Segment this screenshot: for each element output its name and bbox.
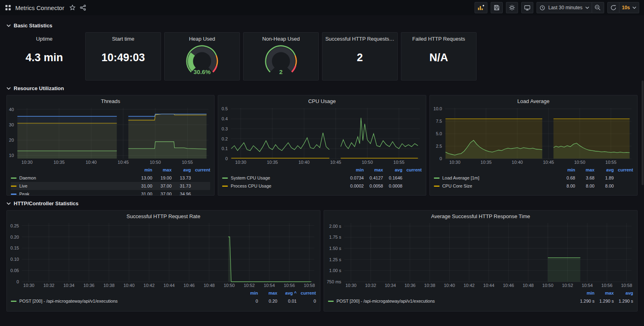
- add-panel-button[interactable]: [475, 2, 487, 13]
- svg-text:30: 30: [9, 122, 14, 127]
- http-response-time-chart[interactable]: 10:3010:3210:3410:3610:3810:4010:4210:44…: [324, 220, 637, 289]
- cpu-usage-chart[interactable]: 10:3010:3510:4010:4510:5010:5500.10.20.3…: [218, 105, 425, 165]
- share-icon[interactable]: [80, 4, 86, 11]
- svg-text:10:44: 10:44: [483, 283, 495, 288]
- legend-value: 0: [297, 299, 316, 303]
- legend-sort-min[interactable]: min: [575, 291, 594, 295]
- panel-title[interactable]: Average Successful HTTP Response Time: [324, 210, 637, 220]
- legend-series-label[interactable]: POST [200] - /api-microgateway/api/v1/ex…: [11, 299, 239, 303]
- legend-value: 1.290 s: [594, 299, 614, 303]
- resource-utilization-row: Threads 10:3010:3510:4010:4510:5010:5510…: [6, 95, 638, 196]
- legend-series-label[interactable]: Live: [11, 184, 133, 188]
- panel-title[interactable]: Failed HTTP Requests: [401, 33, 476, 42]
- svg-text:10:40: 10:40: [512, 160, 523, 165]
- svg-text:10:54: 10:54: [582, 283, 593, 288]
- scrollbar-thumb[interactable]: [642, 80, 644, 185]
- legend-sort-min[interactable]: min: [556, 167, 575, 172]
- legend-sort-max[interactable]: max: [258, 291, 277, 295]
- legend-value: 0.0058: [364, 184, 383, 188]
- panel-http-request-rate: Successful HTTP Request Rate 10:3010:321…: [6, 210, 320, 312]
- panel-title[interactable]: Non-Heap Used: [244, 33, 318, 42]
- apps-grid-icon[interactable]: [5, 4, 11, 11]
- svg-text:10:52: 10:52: [562, 283, 573, 288]
- add-panel-icon: [477, 4, 485, 11]
- legend-sort-avg[interactable]: avg: [383, 167, 402, 172]
- panel-title[interactable]: Uptime: [7, 33, 82, 42]
- dashboard-settings-button[interactable]: [506, 2, 518, 13]
- svg-text:10:50: 10:50: [542, 283, 553, 288]
- svg-text:10:36: 10:36: [83, 283, 95, 288]
- legend-row: POST [200] - /api-microgateway/api/v1/ex…: [328, 297, 633, 305]
- http-request-rate-chart[interactable]: 10:3010:3210:3410:3610:3810:4010:4210:44…: [7, 220, 320, 289]
- successful-requests-value: 2: [322, 52, 397, 64]
- legend-sort-min[interactable]: min: [239, 291, 258, 295]
- legend-sort-max[interactable]: max: [152, 167, 171, 172]
- save-dashboard-button[interactable]: [491, 2, 503, 13]
- legend-sort-max[interactable]: max: [594, 291, 614, 295]
- threads-legend: minmaxavgcurrentDaemon13.0019.0013.73Liv…: [7, 165, 214, 196]
- legend-sort-avg[interactable]: avg: [171, 167, 191, 172]
- refresh-interval-label: 10s: [622, 5, 630, 10]
- svg-text:10:34: 10:34: [385, 283, 396, 288]
- section-basic-statistics[interactable]: Basic Statistics: [6, 20, 638, 31]
- svg-text:2.00 s: 2.00 s: [329, 224, 341, 229]
- legend-row: Daemon13.0019.0013.73: [11, 174, 210, 182]
- threads-chart[interactable]: 10:3010:3510:4010:4510:5010:5510203040: [7, 105, 214, 165]
- legend-header: minmaxavgcurrent: [222, 166, 421, 174]
- legend-value: 0.0002: [345, 184, 364, 188]
- svg-text:10:30: 10:30: [235, 160, 247, 165]
- legend-sort-current[interactable]: current: [614, 167, 633, 172]
- legend-series-label[interactable]: Peak: [11, 192, 133, 196]
- panel-title[interactable]: Successful HTTP Requests…: [322, 33, 397, 42]
- legend-sort-max[interactable]: max: [364, 167, 383, 172]
- legend-value: 1.290 s: [614, 299, 633, 303]
- zoom-out-button[interactable]: [592, 2, 604, 13]
- legend-series-label[interactable]: Load Average [1m]: [434, 175, 556, 180]
- legend-sort-avg[interactable]: avg: [614, 291, 633, 295]
- star-icon[interactable]: [69, 4, 76, 11]
- legend-sort-avg[interactable]: avg: [594, 167, 614, 172]
- legend-series-label[interactable]: System CPU Usage: [222, 175, 344, 180]
- panel-title[interactable]: Threads: [7, 95, 214, 105]
- refresh-button[interactable]: [607, 2, 619, 13]
- legend-sort-current[interactable]: current: [402, 167, 422, 172]
- http-statistics-row: Successful HTTP Request Rate 10:3010:321…: [6, 210, 638, 312]
- panel-cpu-usage: CPU Usage 10:3010:3510:4010:4510:5010:55…: [218, 95, 426, 196]
- svg-text:0.15: 0.15: [10, 246, 19, 250]
- legend-sort-current[interactable]: current: [297, 291, 316, 295]
- panel-title[interactable]: Heap Used: [165, 33, 239, 42]
- legend-series-label[interactable]: CPU Core Size: [434, 184, 556, 188]
- refresh-interval-dropdown[interactable]: 10s: [619, 2, 639, 13]
- svg-text:10:55: 10:55: [605, 160, 617, 165]
- svg-text:10:50: 10:50: [224, 283, 235, 288]
- dashboard-title[interactable]: Metrics Connector: [15, 4, 64, 11]
- legend-sort-current[interactable]: current: [191, 167, 210, 172]
- panel-title[interactable]: CPU Usage: [218, 95, 425, 105]
- time-range-label: Last 30 minutes: [548, 5, 582, 10]
- legend-header: minmaxavgcurrent: [434, 166, 633, 174]
- time-range-picker[interactable]: Last 30 minutes: [537, 2, 592, 13]
- legend-series-label[interactable]: Process CPU Usage: [222, 184, 344, 188]
- legend-header: minmaxavgcurrent: [11, 166, 210, 174]
- panel-title[interactable]: Load Average: [430, 95, 637, 105]
- legend-value: 37.00: [152, 184, 171, 188]
- legend-value: 0: [239, 299, 258, 303]
- legend-sort-avg[interactable]: avg ^: [277, 291, 297, 295]
- svg-text:10.0: 10.0: [433, 106, 442, 111]
- cycle-view-mode-button[interactable]: [521, 2, 533, 13]
- panel-title[interactable]: Successful HTTP Request Rate: [7, 210, 320, 220]
- legend-series-label[interactable]: POST [200] - /api-microgateway/api/v1/ex…: [328, 299, 575, 303]
- svg-text:10:48: 10:48: [522, 283, 534, 288]
- load-average-chart[interactable]: 10:3010:3510:4010:4510:5010:5502.55.07.5…: [430, 105, 637, 165]
- legend-sort-max[interactable]: max: [575, 167, 594, 172]
- section-http-controller-statistics[interactable]: HTTP/Controller Statistics: [6, 198, 638, 208]
- svg-text:10:40: 10:40: [299, 160, 310, 165]
- legend-sort-min[interactable]: min: [345, 167, 364, 172]
- http-request-rate-legend: minmaxavg ^currentPOST [200] - /api-micr…: [7, 289, 320, 305]
- panel-title[interactable]: Start time: [86, 33, 161, 42]
- legend-sort-min[interactable]: min: [133, 167, 152, 172]
- svg-text:10:56: 10:56: [601, 283, 613, 288]
- series-color-swatch: [11, 177, 17, 179]
- section-resource-utilization[interactable]: Resource Utilization: [6, 83, 638, 93]
- legend-series-label[interactable]: Daemon: [11, 175, 133, 180]
